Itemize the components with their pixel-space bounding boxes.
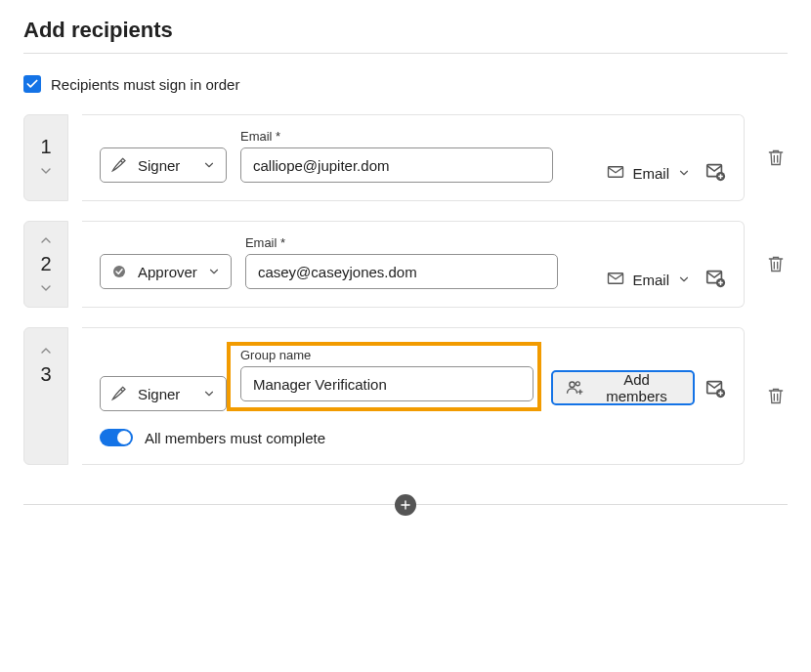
group-name-label: Group name [240, 348, 534, 362]
recipient-body: Signer Email * Email [82, 114, 745, 201]
all-members-toggle-row: All members must complete [100, 429, 726, 446]
chevron-down-icon [677, 273, 691, 286]
svg-point-3 [113, 266, 125, 277]
order-number: 3 [40, 363, 51, 386]
sign-in-order-row: Recipients must sign in order [23, 75, 788, 93]
email-input[interactable] [245, 254, 558, 289]
role-select[interactable]: Approver [100, 254, 232, 289]
chevron-down-icon [202, 158, 216, 172]
check-circle-icon [110, 263, 128, 280]
chevron-up-icon[interactable] [37, 342, 55, 359]
delivery-select[interactable]: Email [605, 163, 691, 183]
delivery-label: Email [632, 272, 669, 288]
page-title: Add recipients [23, 18, 788, 54]
chevron-down-icon [202, 387, 216, 400]
order-number: 1 [40, 136, 51, 158]
group-name-input[interactable] [240, 366, 534, 401]
chevron-down-icon [677, 166, 691, 180]
add-recipient-button[interactable] [395, 494, 416, 516]
svg-point-7 [570, 382, 575, 387]
all-members-label: All members must complete [145, 430, 325, 446]
email-label: Email * [240, 129, 553, 144]
role-label: Signer [138, 157, 192, 174]
order-strip: 3 [23, 327, 68, 465]
mail-icon [605, 270, 624, 289]
recipient-row: 2 Approver Email * Email [23, 221, 788, 308]
email-field-block: Email * [245, 235, 558, 289]
role-label: Approver [138, 264, 197, 280]
role-label: Signer [138, 386, 192, 402]
group-name-highlight: Group name [227, 342, 541, 411]
add-members-label: Add members [592, 371, 681, 404]
add-attachment-icon[interactable] [704, 268, 726, 289]
recipient-body: Signer Group name Add members All member… [82, 327, 745, 465]
pen-icon [110, 156, 128, 174]
chevron-down-icon[interactable] [37, 162, 55, 180]
delete-icon[interactable] [766, 254, 788, 275]
delivery-label: Email [632, 165, 669, 182]
delivery-select[interactable]: Email [605, 270, 691, 289]
pen-icon [110, 385, 128, 402]
recipient-row: 1 Signer Email * Email [23, 114, 788, 201]
role-select[interactable]: Signer [100, 147, 227, 183]
order-number: 2 [40, 253, 51, 275]
all-members-toggle[interactable] [100, 429, 133, 446]
recipient-body: Approver Email * Email [82, 221, 745, 308]
recipient-group-row: 3 Signer Group name Add members All [23, 327, 788, 465]
mail-icon [605, 163, 624, 183]
add-attachment-icon[interactable] [704, 378, 726, 399]
order-strip: 1 [23, 114, 68, 201]
add-recipient-divider [23, 504, 788, 505]
sign-in-order-label: Recipients must sign in order [51, 76, 239, 93]
delete-icon[interactable] [766, 386, 788, 407]
chevron-down-icon [207, 265, 221, 278]
email-label: Email * [245, 235, 558, 250]
role-select[interactable]: Signer [100, 376, 227, 411]
order-strip: 2 [23, 221, 68, 308]
email-input[interactable] [240, 147, 553, 183]
sign-in-order-checkbox[interactable] [23, 75, 41, 93]
people-plus-icon [565, 378, 584, 398]
chevron-down-icon[interactable] [37, 279, 55, 297]
email-field-block: Email * [240, 129, 553, 183]
delete-icon[interactable] [766, 147, 788, 169]
svg-point-8 [576, 382, 579, 386]
add-attachment-icon[interactable] [704, 161, 726, 183]
add-members-button[interactable]: Add members [551, 370, 695, 405]
check-icon [25, 77, 39, 91]
chevron-up-icon[interactable] [37, 231, 55, 249]
